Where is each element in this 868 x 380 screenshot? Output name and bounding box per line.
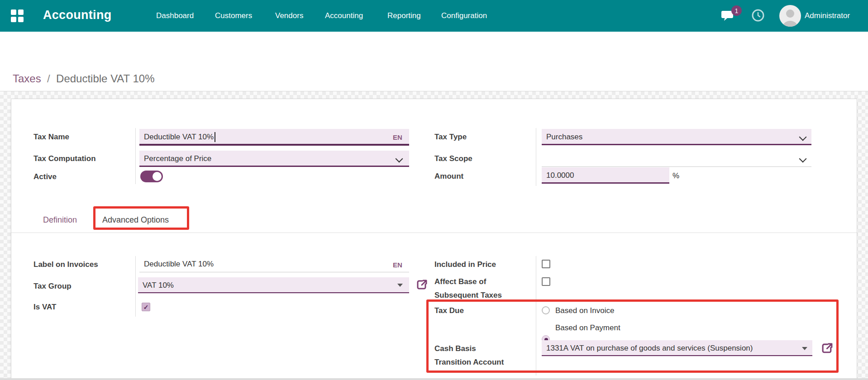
window-bottom-edge — [0, 378, 868, 380]
amount-input[interactable]: 10.0000 — [542, 167, 669, 184]
tax-due-option-label[interactable]: Based on Payment — [555, 323, 620, 332]
tabs-divider — [11, 233, 857, 233]
label-on-invoices-lang-badge[interactable]: EN — [393, 261, 402, 269]
label-on-invoices-input[interactable]: Deductible VAT 10% — [139, 256, 409, 272]
nav-configuration[interactable]: Configuration — [441, 11, 487, 20]
user-menu[interactable]: Administrator — [805, 11, 850, 20]
text-cursor — [215, 132, 215, 142]
activities-clock-icon[interactable] — [751, 9, 765, 24]
tax-group-select[interactable]: VAT 10% — [138, 277, 409, 294]
dropdown-caret-icon — [397, 284, 403, 287]
breadcrumb: Taxes / Deductible VAT 10% — [13, 72, 155, 85]
tax-type-label: Tax Type — [434, 133, 467, 142]
field-underline — [542, 144, 811, 145]
field-underline — [139, 144, 409, 146]
tax-name-label: Tax Name — [33, 133, 69, 142]
tab-advanced-options[interactable]: Advanced Options — [102, 215, 169, 225]
amount-suffix: % — [672, 171, 679, 180]
nav-dashboard[interactable]: Dashboard — [156, 11, 194, 20]
control-panel: Taxes / Deductible VAT 10% ✔ Save ✖ Disc… — [0, 32, 868, 91]
tax-computation-label: Tax Computation — [33, 154, 96, 163]
included-in-price-label: Included in Price — [434, 260, 496, 269]
tax-scope-label: Tax Scope — [434, 154, 472, 163]
tax-due-option-label[interactable]: Based on Invoice — [555, 306, 614, 315]
field-separator — [135, 128, 136, 184]
field-underline — [139, 166, 409, 167]
tax-computation-select[interactable]: Percentage of Price — [139, 151, 409, 167]
cash-basis-account-label: Cash Basis Transition Account — [434, 342, 510, 369]
amount-label: Amount — [434, 172, 463, 181]
tax-name-lang-badge[interactable]: EN — [393, 133, 402, 141]
field-separator — [536, 256, 536, 375]
is-vat-checkbox[interactable]: ✓ — [142, 303, 150, 311]
tax-group-label: Tax Group — [33, 282, 72, 291]
cash-basis-account-select[interactable]: 1331A VAT on purchase of goods and servi… — [542, 340, 812, 356]
tax-type-select[interactable]: Purchases — [542, 129, 811, 145]
affect-base-checkbox[interactable] — [542, 277, 550, 286]
tax-due-radio-based-on-invoice[interactable] — [542, 306, 550, 314]
cash-basis-external-link-icon[interactable] — [821, 342, 834, 355]
top-navbar: Accounting Dashboard Customers Vendors A… — [0, 0, 868, 32]
field-underline — [139, 272, 409, 272]
odoo-accounting-window: Accounting Dashboard Customers Vendors A… — [0, 0, 868, 380]
nav-vendors[interactable]: Vendors — [275, 11, 303, 20]
tax-name-input[interactable]: Deductible VAT 10% — [139, 129, 409, 145]
affect-base-label: Affect Base of Subsequent Taxes — [434, 275, 515, 302]
tax-group-external-link-icon[interactable] — [416, 279, 428, 291]
label-on-invoices-label: Label on Invoices — [33, 260, 98, 269]
field-underline — [542, 182, 669, 184]
nav-reporting[interactable]: Reporting — [387, 11, 421, 20]
dropdown-caret-icon — [802, 347, 807, 350]
check-icon: ✓ — [143, 304, 149, 311]
tab-definition[interactable]: Definition — [43, 215, 77, 225]
tax-due-label: Tax Due — [434, 306, 464, 315]
avatar[interactable] — [779, 5, 801, 27]
breadcrumb-current: Deductible VAT 10% — [56, 72, 154, 85]
app-brand[interactable]: Accounting — [43, 8, 112, 22]
tax-scope-select[interactable] — [542, 151, 811, 167]
field-separator — [135, 256, 136, 317]
breadcrumb-taxes-link[interactable]: Taxes — [13, 72, 41, 85]
nav-accounting[interactable]: Accounting — [325, 11, 363, 20]
breadcrumb-separator: / — [44, 72, 53, 85]
field-separator — [536, 128, 536, 186]
nav-customers[interactable]: Customers — [215, 11, 252, 20]
messages-badge: 1 — [731, 5, 742, 16]
active-label: Active — [33, 172, 57, 181]
field-underline — [542, 355, 812, 356]
apps-menu-icon[interactable] — [11, 10, 24, 22]
active-toggle[interactable] — [140, 171, 163, 182]
field-underline — [138, 292, 409, 293]
is-vat-label: Is VAT — [33, 303, 56, 312]
included-in-price-checkbox[interactable] — [542, 260, 550, 268]
field-underline — [542, 166, 811, 167]
